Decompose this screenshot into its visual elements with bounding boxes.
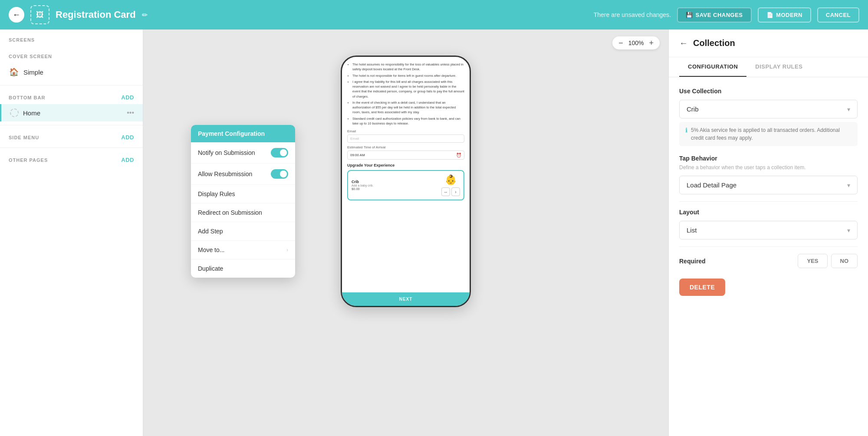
required-options: YES NO	[798, 254, 858, 268]
panel-body: Use Collection Crib ▾ ℹ 5% Akia service …	[669, 77, 868, 306]
side-menu-section: SIDE MENU ADD	[0, 129, 143, 144]
time-input: 09:00 AM ⏰	[347, 151, 464, 160]
zoom-value: 100%	[628, 39, 644, 46]
notify-toggle[interactable]	[271, 148, 288, 157]
required-no-button[interactable]: NO	[831, 254, 858, 268]
panel-tabs: CONFIGURATION DISPLAY RULES	[669, 57, 868, 77]
collection-value: Crib	[687, 105, 699, 113]
tap-behavior-dropdown[interactable]: Load Detail Page ▾	[679, 176, 858, 194]
phone-preview: The hotel assumes no responsibility for …	[341, 56, 471, 307]
sidebar-item-simple[interactable]: 🏠 Simple	[0, 62, 143, 82]
app-header: ← 🖼 Registration Card ✏ There are unsave…	[0, 0, 868, 30]
phone-screen: The hotel assumes no responsibility for …	[342, 57, 470, 306]
panel-back-button[interactable]: ←	[679, 38, 688, 48]
zoom-in-button[interactable]: +	[649, 39, 654, 47]
modern-label: MODERN	[776, 12, 802, 18]
resubmission-label: Allow Resubmission	[198, 170, 252, 177]
resubmission-toggle[interactable]	[271, 169, 288, 179]
layout-label: Layout	[679, 209, 858, 216]
info-box: ℹ 5% Akia service fee is applied to all …	[679, 122, 858, 146]
save-label: SAVE CHANGES	[695, 12, 743, 18]
circle-icon	[10, 108, 19, 117]
other-pages-label: OTHER PAGES	[9, 157, 48, 163]
layout-value: List	[687, 226, 697, 234]
terms-text: The hotel assumes no responsibility for …	[347, 62, 464, 126]
home-item-label: Home	[23, 109, 40, 117]
redirect-label: Redirect on Submission	[198, 209, 262, 216]
phone-content: The hotel assumes no responsibility for …	[342, 57, 470, 292]
bottom-bar-add-button[interactable]: ADD	[121, 94, 134, 101]
add-step-label: Add Step	[198, 228, 223, 235]
cancel-button[interactable]: CANCEL	[817, 7, 859, 23]
back-icon: ←	[13, 10, 20, 20]
image-icon: 🖼	[36, 10, 44, 20]
context-notify-item[interactable]: Notify on Submission	[191, 142, 295, 164]
tap-behavior-label: Tap Behavior	[679, 155, 858, 162]
required-label: Required	[679, 258, 706, 265]
context-resubmission-item[interactable]: Allow Resubmission	[191, 164, 295, 185]
save-changes-button[interactable]: 💾 SAVE CHANGES	[677, 7, 752, 23]
display-rules-label: Display Rules	[198, 190, 235, 197]
zoom-controls: − 100% +	[612, 36, 660, 49]
home-icon: 🏠	[9, 67, 19, 77]
right-panel: ← Collection CONFIGURATION DISPLAY RULES…	[668, 30, 868, 436]
collection-dropdown[interactable]: Crib ▾	[679, 100, 858, 118]
panel-header: ← Collection	[669, 30, 868, 57]
context-menu: Payment Configuration Notify on Submissi…	[191, 125, 295, 278]
time-label: Estimated Time of Arrival	[347, 145, 464, 149]
cover-screen-label: COVER SCREEN	[0, 46, 143, 62]
zoom-out-button[interactable]: −	[618, 39, 623, 47]
crib-card-price: $0.00	[352, 187, 374, 191]
crib-card: Crib Add a baby crib. $0.00 👶 ↔ ›	[347, 170, 464, 200]
main-canvas: − 100% + The hotel assumes no responsibi…	[143, 30, 668, 436]
layout-dropdown[interactable]: List ▾	[679, 221, 858, 239]
crib-card-title: Crib	[352, 180, 374, 184]
context-menu-header: Payment Configuration	[191, 125, 295, 142]
tap-behavior-arrow: ▾	[847, 182, 850, 189]
required-yes-button[interactable]: YES	[798, 254, 827, 268]
delete-button[interactable]: DELETE	[679, 279, 725, 296]
bottom-bar-section: BOTTOM BAR ADD	[0, 89, 143, 104]
edit-icon[interactable]: ✏	[142, 11, 148, 19]
move-to-arrow-icon: ›	[286, 247, 288, 253]
crib-card-info: Crib Add a baby crib. $0.00	[352, 180, 374, 191]
crib-action-next[interactable]: ›	[451, 187, 460, 196]
side-menu-add-button[interactable]: ADD	[121, 134, 134, 141]
notify-label: Notify on Submission	[198, 149, 255, 156]
duplicate-label: Duplicate	[198, 265, 223, 272]
next-button[interactable]: NEXT	[342, 292, 470, 306]
modern-icon: 📄	[766, 12, 774, 18]
use-collection-label: Use Collection	[679, 88, 858, 95]
back-button[interactable]: ←	[9, 7, 24, 23]
other-pages-add-button[interactable]: ADD	[121, 157, 134, 163]
move-to-label: Move to...	[198, 246, 224, 253]
context-add-step-item[interactable]: Add Step	[191, 222, 295, 241]
other-pages-section: OTHER PAGES ADD	[0, 151, 143, 167]
sidebar: SCREENS COVER SCREEN 🏠 Simple BOTTOM BAR…	[0, 30, 143, 436]
more-icon[interactable]: •••	[127, 109, 134, 117]
context-duplicate-item[interactable]: Duplicate	[191, 259, 295, 278]
tab-configuration[interactable]: CONFIGURATION	[679, 57, 746, 77]
crib-icon: 👶	[445, 174, 457, 186]
crib-card-actions: ↔ ›	[441, 187, 460, 196]
app-body: SCREENS COVER SCREEN 🏠 Simple BOTTOM BAR…	[0, 30, 868, 436]
email-label: Email	[347, 129, 464, 133]
upgrade-section-title: Upgrade Your Experience	[347, 163, 464, 167]
info-icon: ℹ	[685, 127, 687, 134]
side-menu-label: SIDE MENU	[9, 135, 39, 140]
tab-display-rules[interactable]: DISPLAY RULES	[746, 57, 811, 77]
required-row: Required YES NO	[679, 254, 858, 268]
email-input: Email	[347, 134, 464, 143]
panel-title: Collection	[693, 38, 735, 48]
modern-button[interactable]: 📄 MODERN	[758, 7, 811, 23]
simple-label: Simple	[23, 69, 43, 76]
context-display-rules-item[interactable]: Display Rules	[191, 185, 295, 203]
page-title: Registration Card	[56, 9, 136, 20]
cancel-label: CANCEL	[826, 12, 851, 18]
crib-action-arrows[interactable]: ↔	[441, 187, 450, 196]
sidebar-item-home[interactable]: Home •••	[0, 104, 143, 121]
context-redirect-item[interactable]: Redirect on Submission	[191, 203, 295, 222]
context-move-to-item[interactable]: Move to... ›	[191, 241, 295, 259]
info-text: 5% Akia service fee is applied to all tr…	[691, 126, 852, 142]
tap-behavior-sub: Define a behavior when the user taps a c…	[679, 164, 858, 170]
